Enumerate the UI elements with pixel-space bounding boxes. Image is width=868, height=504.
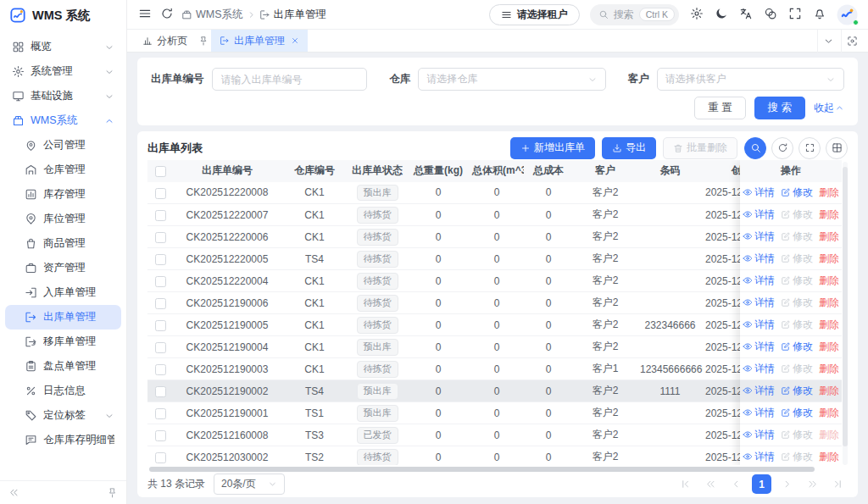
- modify-link[interactable]: 修改: [781, 296, 813, 310]
- pager-page-last[interactable]: [828, 474, 848, 494]
- row-checkbox[interactable]: [155, 408, 166, 419]
- pager-chevron-left[interactable]: [726, 474, 746, 494]
- topbar-fullscreen-button[interactable]: [787, 8, 802, 22]
- modify-link[interactable]: 修改: [781, 208, 813, 222]
- topbar-bell-button[interactable]: [812, 8, 826, 22]
- delete-link[interactable]: 删除: [819, 230, 839, 244]
- detail-link[interactable]: 详情: [743, 208, 775, 222]
- modify-link[interactable]: 修改: [781, 186, 813, 200]
- modify-link[interactable]: 修改: [781, 318, 813, 332]
- delete-link[interactable]: 删除: [819, 384, 839, 398]
- modify-link[interactable]: 修改: [781, 230, 813, 244]
- sidebar-subitem-2[interactable]: 库存管理: [5, 182, 121, 207]
- sidebar-subitem-3[interactable]: 库位管理: [5, 207, 121, 231]
- search-button[interactable]: 搜 索: [754, 97, 805, 119]
- sidebar-subitem-0[interactable]: 公司管理: [5, 133, 121, 158]
- column-header-4[interactable]: 总体积(m^3): [470, 160, 524, 182]
- sidebar-subitem-9[interactable]: 盘点单管理: [5, 354, 121, 379]
- table-row[interactable]: CK202512220007CK1待拣货000客户22025-12: [147, 204, 804, 226]
- detail-link[interactable]: 详情: [743, 450, 775, 464]
- column-header-7[interactable]: 条码: [637, 160, 703, 182]
- close-icon[interactable]: [291, 36, 299, 45]
- toolbar-expand-button[interactable]: [798, 137, 821, 159]
- sidebar-subitem-8[interactable]: 移库单管理: [5, 330, 121, 354]
- global-search[interactable]: 搜索 Ctrl K: [590, 4, 679, 25]
- tabbar-chevron-down-button[interactable]: [817, 30, 839, 53]
- export-button[interactable]: 导出: [602, 137, 656, 159]
- delete-link[interactable]: 删除: [819, 252, 839, 266]
- detail-link[interactable]: 详情: [743, 296, 775, 310]
- sidebar-subitem-1[interactable]: 仓库管理: [5, 158, 121, 182]
- pin-icon[interactable]: [198, 30, 209, 52]
- topbar-theme-button[interactable]: [763, 8, 777, 22]
- delete-link[interactable]: 删除: [819, 296, 839, 310]
- collapse-filter-link[interactable]: 收起: [814, 101, 844, 115]
- row-checkbox[interactable]: [155, 254, 166, 265]
- table-row[interactable]: CK202512160008TS3已发货000客户22025-12: [147, 424, 804, 446]
- table-row[interactable]: CK202512190002TS4预出库000客户211112025-12: [147, 380, 804, 402]
- toolbar-search-button[interactable]: [744, 137, 766, 159]
- topbar-moon-button[interactable]: [714, 8, 728, 22]
- delete-link[interactable]: 删除: [819, 362, 839, 376]
- sidebar-subitem-5[interactable]: 资产管理: [5, 256, 121, 280]
- sidebar-subitem-4[interactable]: 商品管理: [5, 231, 121, 256]
- table-row[interactable]: CK202512220004CK1待拣货000客户22025-12: [147, 270, 804, 292]
- sidebar-subitem-6[interactable]: 入库单管理: [5, 280, 121, 305]
- table-row[interactable]: CK202512220006CK1待拣货000客户22025-12: [147, 226, 804, 248]
- pager-chevron-right[interactable]: [777, 474, 797, 494]
- filter-select-2[interactable]: 请选择供客户: [657, 68, 844, 91]
- row-checkbox[interactable]: [155, 232, 166, 243]
- reset-button[interactable]: 重 置: [694, 97, 745, 119]
- delete-link[interactable]: 删除: [819, 186, 839, 200]
- column-header-0[interactable]: 出库单编号: [173, 160, 281, 182]
- row-checkbox[interactable]: [155, 298, 166, 309]
- row-checkbox[interactable]: [155, 320, 166, 331]
- delete-link[interactable]: 删除: [819, 318, 839, 332]
- vertical-scrollbar[interactable]: [843, 162, 848, 465]
- detail-link[interactable]: 详情: [743, 384, 775, 398]
- topbar-translate-button[interactable]: [738, 8, 753, 22]
- row-checkbox[interactable]: [155, 188, 166, 199]
- row-checkbox[interactable]: [155, 452, 166, 463]
- sidebar-subitem-11[interactable]: 定位标签: [5, 403, 121, 428]
- delete-link[interactable]: 删除: [819, 274, 839, 288]
- column-header-3[interactable]: 总重量(kg): [407, 160, 470, 182]
- modify-link[interactable]: 修改: [781, 340, 813, 354]
- tab-1[interactable]: 出库单管理: [211, 30, 308, 52]
- sidebar-subitem-10[interactable]: 日志信息: [5, 379, 121, 403]
- detail-link[interactable]: 详情: [743, 340, 775, 354]
- row-checkbox[interactable]: [155, 342, 166, 353]
- row-checkbox[interactable]: [155, 364, 166, 375]
- delete-link[interactable]: 删除: [819, 450, 839, 464]
- tabbar-screenshot-button[interactable]: [841, 30, 863, 53]
- detail-link[interactable]: 详情: [743, 230, 775, 244]
- table-row[interactable]: CK202512190001TS1预出库000客户22025-12: [147, 402, 804, 424]
- pin-icon[interactable]: [107, 487, 118, 498]
- pager-page-1[interactable]: 1: [752, 474, 771, 494]
- detail-link[interactable]: 详情: [743, 406, 775, 420]
- app-logo[interactable]: WMS 系统: [0, 0, 126, 30]
- pager-chevrons-left[interactable]: [701, 474, 721, 494]
- sidebar-item-0[interactable]: 概览: [5, 35, 121, 59]
- breadcrumb-item-1[interactable]: 出库单管理: [259, 8, 327, 22]
- row-checkbox[interactable]: [155, 430, 166, 441]
- modify-link[interactable]: 修改: [781, 384, 813, 398]
- refresh-page-button[interactable]: [159, 8, 174, 22]
- column-header-1[interactable]: 仓库编号: [281, 160, 348, 182]
- pager-page-first[interactable]: [676, 474, 695, 494]
- sidebar-item-3[interactable]: WMS系统: [5, 108, 121, 133]
- sidebar-item-1[interactable]: 系统管理: [5, 59, 121, 84]
- toolbar-columns-button[interactable]: [826, 137, 848, 159]
- delete-link[interactable]: 删除: [819, 340, 839, 354]
- topbar-gear-button[interactable]: [689, 8, 704, 22]
- detail-link[interactable]: 详情: [743, 318, 775, 332]
- filter-select-1[interactable]: 请选择仓库: [418, 68, 605, 91]
- select-all-checkbox[interactable]: [155, 166, 166, 177]
- tenant-selector[interactable]: 请选择租户: [489, 4, 580, 25]
- table-row[interactable]: CK202512190004CK1预出库000客户22025-12: [147, 336, 804, 358]
- column-header-6[interactable]: 客户: [573, 160, 637, 182]
- modify-link[interactable]: 修改: [781, 362, 813, 376]
- row-checkbox[interactable]: [155, 386, 166, 397]
- breadcrumb-item-0[interactable]: WMS系统: [181, 8, 243, 22]
- delete-link[interactable]: 删除: [819, 428, 839, 442]
